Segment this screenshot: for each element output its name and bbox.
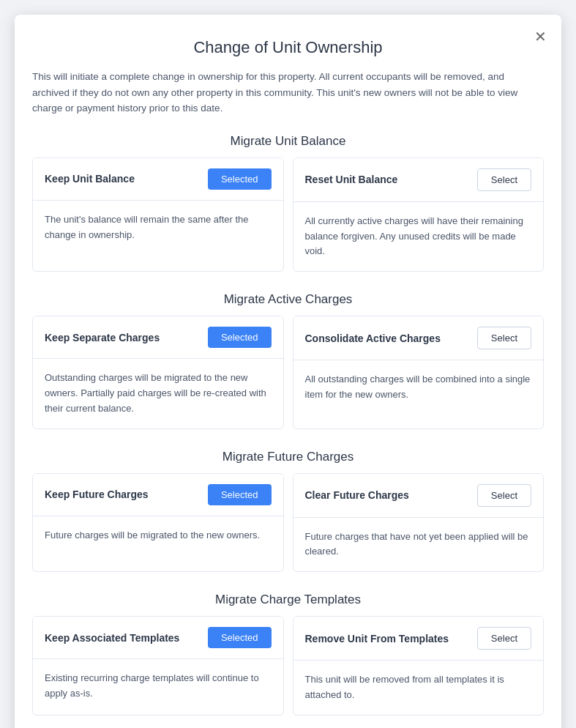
option-card-keep-separate-charges: Keep Separate ChargesSelectedOutstanding… <box>32 316 284 428</box>
option-card-reset-unit-balance: Reset Unit BalanceSelectAll currently ac… <box>293 157 545 272</box>
option-label-reset-unit-balance: Reset Unit Balance <box>305 174 398 185</box>
option-card-keep-future-charges: Keep Future ChargesSelectedFuture charge… <box>32 473 284 573</box>
section-title-migrate-active-charges: Migrate Active Charges <box>32 292 544 307</box>
option-description-keep-future-charges: Future charges will be migrated to the n… <box>33 516 283 568</box>
option-card-remove-unit-from-templates: Remove Unit From TemplatesSelectThis uni… <box>293 616 545 716</box>
section-title-migrate-unit-balance: Migrate Unit Balance <box>32 134 544 149</box>
option-card-keep-unit-balance: Keep Unit BalanceSelectedThe unit's bala… <box>32 157 284 272</box>
option-description-keep-separate-charges: Outstanding charges will be migrated to … <box>33 359 283 428</box>
options-row-migrate-unit-balance: Keep Unit BalanceSelectedThe unit's bala… <box>32 157 544 272</box>
option-description-reset-unit-balance: All currently active charges will have t… <box>293 202 544 271</box>
section-migrate-active-charges: Migrate Active ChargesKeep Separate Char… <box>32 292 544 428</box>
option-button-keep-unit-balance[interactable]: Selected <box>208 168 272 190</box>
option-description-consolidate-active-charges: All outstanding charges will be combined… <box>293 360 544 415</box>
option-button-keep-separate-charges[interactable]: Selected <box>208 327 272 348</box>
option-header-reset-unit-balance: Reset Unit BalanceSelect <box>293 158 544 202</box>
option-label-keep-future-charges: Keep Future Charges <box>45 489 149 500</box>
option-button-keep-associated-templates[interactable]: Selected <box>208 627 272 648</box>
option-description-clear-future-charges: Future charges that have not yet been ap… <box>293 518 544 572</box>
close-button[interactable]: ✕ <box>531 26 550 47</box>
option-description-keep-associated-templates: Existing recurring charge templates will… <box>33 659 283 713</box>
section-migrate-charge-templates: Migrate Charge TemplatesKeep Associated … <box>32 593 544 716</box>
sections-container: Migrate Unit BalanceKeep Unit BalanceSel… <box>32 134 544 716</box>
option-description-remove-unit-from-templates: This unit will be removed from all templ… <box>293 661 544 715</box>
option-card-clear-future-charges: Clear Future ChargesSelectFuture charges… <box>293 473 545 573</box>
option-card-consolidate-active-charges: Consolidate Active ChargesSelectAll outs… <box>293 316 545 428</box>
section-title-migrate-future-charges: Migrate Future Charges <box>32 450 544 464</box>
modal-title: Change of Unit Ownership <box>32 38 544 57</box>
change-ownership-modal: ✕ Change of Unit Ownership This will ini… <box>15 15 561 728</box>
option-label-consolidate-active-charges: Consolidate Active Charges <box>305 333 441 344</box>
option-button-keep-future-charges[interactable]: Selected <box>208 484 272 505</box>
option-button-consolidate-active-charges[interactable]: Select <box>477 327 531 349</box>
option-description-keep-unit-balance: The unit's balance will remain the same … <box>33 201 283 255</box>
option-card-keep-associated-templates: Keep Associated TemplatesSelectedExistin… <box>32 616 284 716</box>
option-header-keep-separate-charges: Keep Separate ChargesSelected <box>33 316 283 359</box>
option-label-keep-unit-balance: Keep Unit Balance <box>45 173 135 185</box>
option-label-keep-separate-charges: Keep Separate Charges <box>45 332 160 343</box>
intro-text: This will initiate a complete change in … <box>32 69 544 116</box>
options-row-migrate-charge-templates: Keep Associated TemplatesSelectedExistin… <box>32 616 544 716</box>
option-header-clear-future-charges: Clear Future ChargesSelect <box>293 474 544 518</box>
option-button-remove-unit-from-templates[interactable]: Select <box>477 627 531 650</box>
option-header-keep-unit-balance: Keep Unit BalanceSelected <box>33 158 283 201</box>
option-header-keep-associated-templates: Keep Associated TemplatesSelected <box>33 617 283 659</box>
section-migrate-future-charges: Migrate Future ChargesKeep Future Charge… <box>32 450 544 573</box>
option-button-reset-unit-balance[interactable]: Select <box>477 168 531 191</box>
option-button-clear-future-charges[interactable]: Select <box>477 484 531 507</box>
options-row-migrate-future-charges: Keep Future ChargesSelectedFuture charge… <box>32 473 544 573</box>
option-label-clear-future-charges: Clear Future Charges <box>305 489 409 501</box>
option-label-keep-associated-templates: Keep Associated Templates <box>45 632 179 644</box>
option-header-consolidate-active-charges: Consolidate Active ChargesSelect <box>293 316 544 360</box>
options-row-migrate-active-charges: Keep Separate ChargesSelectedOutstanding… <box>32 316 544 428</box>
option-label-remove-unit-from-templates: Remove Unit From Templates <box>305 633 449 645</box>
option-header-keep-future-charges: Keep Future ChargesSelected <box>33 474 283 516</box>
section-migrate-unit-balance: Migrate Unit BalanceKeep Unit BalanceSel… <box>32 134 544 272</box>
option-header-remove-unit-from-templates: Remove Unit From TemplatesSelect <box>293 617 544 661</box>
section-title-migrate-charge-templates: Migrate Charge Templates <box>32 593 544 607</box>
